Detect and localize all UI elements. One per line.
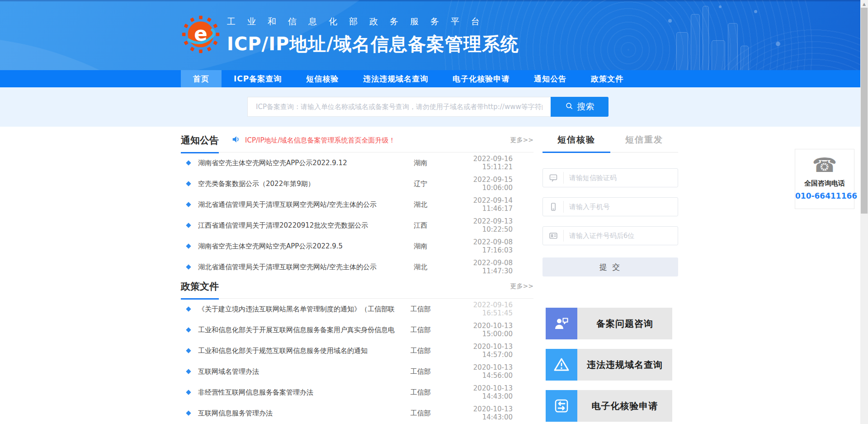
diamond-bullet-icon bbox=[186, 181, 191, 186]
nav-items: 首页 ICP备案查询 短信核验 违法违规域名查询 电子化核验申请 通知公告 政策… bbox=[181, 70, 636, 87]
policies-title: 政策文件 bbox=[181, 280, 219, 293]
policy-link[interactable]: 《关于建立境内违法互联网站黑名单管理制度的通知》（工信部联 bbox=[198, 305, 398, 314]
policy-link[interactable]: 互联网域名管理办法 bbox=[198, 367, 398, 376]
nav-item-notices[interactable]: 通知公告 bbox=[522, 70, 579, 87]
diamond-bullet-icon bbox=[186, 410, 191, 415]
notices-more-link[interactable]: 更多>> bbox=[510, 136, 533, 144]
id-number-input[interactable] bbox=[564, 232, 678, 240]
diamond-bullet-icon bbox=[186, 327, 191, 332]
hotline-number: 010-66411166 bbox=[795, 191, 854, 200]
sms-code-input-group bbox=[542, 168, 678, 187]
quick-link-label: 违法违规域名查询 bbox=[577, 349, 672, 381]
nav-item-icp-query[interactable]: ICP备案查询 bbox=[222, 70, 294, 87]
notices-section-header: 通知公告 ICP/IP地址/域名信息备案管理系统首页全面升级！ 更多>> bbox=[181, 134, 533, 152]
diamond-bullet-icon bbox=[186, 223, 191, 228]
notice-region: 湖北 bbox=[398, 263, 443, 272]
notice-link[interactable]: 江西省通信管理局关于清理20220912批次空壳数据公示 bbox=[198, 221, 398, 230]
phone-number-input[interactable] bbox=[564, 203, 678, 211]
nav-item-sms-verify[interactable]: 短信核验 bbox=[294, 70, 351, 87]
hotline-label: 全国咨询电话 bbox=[795, 179, 854, 188]
nav-item-illegal-domain-query[interactable]: 违法违规域名查询 bbox=[351, 70, 440, 87]
main-content: 通知公告 ICP/IP地址/域名信息备案管理系统首页全面升级！ 更多>> 湖南省… bbox=[181, 134, 533, 424]
person-chat-icon bbox=[546, 308, 577, 339]
policy-org: 工信部 bbox=[398, 388, 443, 397]
policy-time: 2020-10-13 15:00:00 bbox=[443, 322, 533, 338]
tab-sms-verify[interactable]: 短信核验 bbox=[542, 134, 610, 152]
speaker-icon bbox=[231, 135, 241, 146]
scrollbar-up-arrow-icon[interactable]: ▲ bbox=[860, 0, 868, 8]
notice-row: 空壳类备案数据公示（2022年第9期） 辽宁 2022-09-15 10:06:… bbox=[181, 173, 533, 194]
search-icon bbox=[565, 102, 573, 112]
notice-link[interactable]: 湖北省通信管理局关于清理互联网空壳网站/空壳主体的公示 bbox=[198, 263, 398, 272]
notice-time: 2022-09-08 11:47:30 bbox=[443, 259, 533, 275]
sms-message-icon bbox=[543, 172, 564, 184]
notice-region: 江西 bbox=[398, 221, 443, 230]
ticker-text: ICP/IP地址/域名信息备案管理系统首页全面升级！ bbox=[245, 136, 396, 145]
exchange-arrows-icon bbox=[546, 390, 577, 422]
notice-region: 湖南 bbox=[398, 242, 443, 251]
submit-button[interactable]: 提 交 bbox=[542, 257, 678, 276]
notice-row: 湖南省空壳主体空壳网站空壳APP公示2022.9.5 湖南 2022-09-08… bbox=[181, 236, 533, 257]
policy-row: 工业和信息化部关于规范互联网信息服务使用域名的通知 工信部 2020-10-13… bbox=[181, 340, 533, 361]
policy-link[interactable]: 非经营性互联网信息服务备案管理办法 bbox=[198, 388, 398, 397]
diamond-bullet-icon bbox=[186, 306, 191, 311]
notice-row: 湖南省空壳主体空壳网站空壳APP公示2022.9.12 湖南 2022-09-1… bbox=[181, 152, 533, 173]
notice-row: 湖北省通信管理局关于清理互联网空壳网站/空壳主体的公示 湖北 2022-09-0… bbox=[181, 257, 533, 277]
notices-list: 湖南省空壳主体空壳网站空壳APP公示2022.9.12 湖南 2022-09-1… bbox=[181, 152, 533, 277]
policy-link[interactable]: 工业和信息化部关于开展互联网信息服务备案用户真实身份信息电 bbox=[198, 326, 398, 334]
policies-section-header: 政策文件 更多>> bbox=[181, 280, 533, 299]
diamond-bullet-icon bbox=[186, 369, 191, 374]
diamond-bullet-icon bbox=[186, 160, 191, 165]
sms-tabs: 短信核验 短信重发 bbox=[542, 134, 678, 152]
notice-time: 2022-09-13 10:22:50 bbox=[443, 217, 533, 233]
quick-link-illegal-domain-query[interactable]: 违法违规域名查询 bbox=[546, 349, 672, 381]
notice-link[interactable]: 湖南省空壳主体空壳网站空壳APP公示2022.9.5 bbox=[198, 242, 398, 251]
diamond-bullet-icon bbox=[186, 264, 191, 269]
telephone-icon: ☎ bbox=[795, 155, 854, 175]
diamond-bullet-icon bbox=[186, 243, 191, 248]
hotline-card: ☎ 全国咨询电话 010-66411166 bbox=[795, 149, 854, 209]
sms-panel: 短信核验 短信重发 bbox=[542, 134, 678, 276]
policy-link[interactable]: 工业和信息化部关于规范互联网信息服务使用域名的通知 bbox=[198, 347, 398, 355]
notices-title: 通知公告 bbox=[181, 134, 219, 147]
tab-sms-resend[interactable]: 短信重发 bbox=[610, 134, 678, 152]
nav-item-home[interactable]: 首页 bbox=[181, 70, 222, 87]
policy-time: 2020-10-13 14:43:00 bbox=[443, 384, 533, 400]
page-scrollbar[interactable]: ▲ bbox=[860, 0, 868, 424]
policy-org: 工信部 bbox=[398, 305, 443, 314]
policies-list: 《关于建立境内违法互联网站黑名单管理制度的通知》（工信部联 工信部 2022-0… bbox=[181, 299, 533, 424]
nav-item-e-verification[interactable]: 电子化核验申请 bbox=[440, 70, 522, 87]
search-button-label: 搜索 bbox=[577, 101, 594, 113]
icp-filing-homepage: e 工业和信息化部政务服务平台 ICP/IP地址/域名信息备案管理系统 首页 I… bbox=[0, 0, 868, 424]
miit-gear-logo-icon: e bbox=[182, 15, 220, 53]
notice-time: 2022-09-08 17:16:03 bbox=[443, 238, 533, 254]
search-input[interactable] bbox=[247, 97, 551, 117]
notice-ticker[interactable]: ICP/IP地址/域名信息备案管理系统首页全面升级！ bbox=[231, 135, 396, 146]
policy-org: 工信部 bbox=[398, 326, 443, 334]
notice-region: 湖南 bbox=[398, 159, 443, 167]
notice-region: 辽宁 bbox=[398, 180, 443, 188]
quick-link-label: 备案问题咨询 bbox=[577, 308, 672, 339]
policies-more-link[interactable]: 更多>> bbox=[510, 282, 533, 291]
quick-links: 备案问题咨询 违法违规域名查询 电子化核验申请 bbox=[546, 308, 672, 424]
notice-row: 江西省通信管理局关于清理20220912批次空壳数据公示 江西 2022-09-… bbox=[181, 215, 533, 236]
system-title: ICP/IP地址/域名信息备案管理系统 bbox=[227, 32, 519, 57]
notice-time: 2022-09-14 11:46:17 bbox=[443, 196, 533, 213]
policy-row: 非经营性互联网信息服务备案管理办法 工信部 2020-10-13 14:43:0… bbox=[181, 382, 533, 403]
policy-row: 工业和信息化部关于开展互联网信息服务备案用户真实身份信息电 工信部 2020-1… bbox=[181, 319, 533, 340]
notice-link[interactable]: 湖北省通信管理局关于清理互联网空壳网站/空壳主体的公示 bbox=[198, 200, 398, 209]
id-number-input-group bbox=[542, 226, 678, 245]
sms-code-input[interactable] bbox=[564, 174, 678, 182]
scrollbar-thumb[interactable] bbox=[861, 8, 868, 214]
notice-link[interactable]: 空壳类备案数据公示（2022年第9期） bbox=[198, 180, 398, 188]
nav-item-policies[interactable]: 政策文件 bbox=[579, 70, 636, 87]
policy-time: 2020-10-13 14:43:00 bbox=[443, 405, 533, 421]
notice-link[interactable]: 湖南省空壳主体空壳网站空壳APP公示2022.9.12 bbox=[198, 159, 398, 167]
diamond-bullet-icon bbox=[186, 348, 191, 353]
policy-link[interactable]: 互联网信息服务管理办法 bbox=[198, 409, 398, 418]
search-button[interactable]: 搜索 bbox=[551, 97, 609, 117]
notice-time: 2022-09-15 10:06:00 bbox=[443, 176, 533, 192]
quick-link-filing-consult[interactable]: 备案问题咨询 bbox=[546, 308, 672, 339]
policy-org: 工信部 bbox=[398, 367, 443, 376]
quick-link-e-verification[interactable]: 电子化核验申请 bbox=[546, 390, 672, 422]
